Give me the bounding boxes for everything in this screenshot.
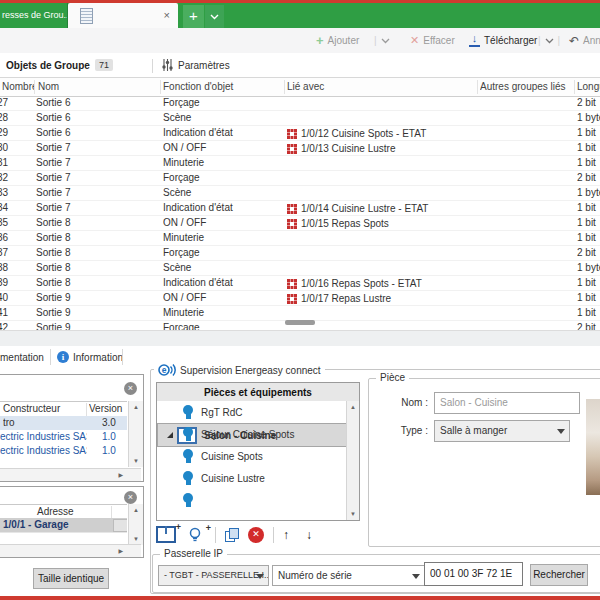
undo-button[interactable]: ↶ Annuler	[569, 28, 600, 53]
table-row[interactable]: 28Sortie 6Scène1 byte	[0, 111, 600, 126]
cell-fonction: Forçage	[163, 171, 283, 185]
cell-lie-avec	[287, 111, 477, 125]
download-button[interactable]: ↓ Télécharger	[469, 28, 537, 53]
chevron-down-icon	[557, 429, 565, 434]
table-row[interactable]: 38Sortie 8Scène1 byte	[0, 261, 600, 276]
cell-autres-groupes	[480, 171, 572, 185]
cell-nom: Sortie 8	[36, 216, 158, 230]
table-row[interactable]: 41Sortie 9Minuterie1 bit	[0, 306, 600, 321]
cell-fonction: ON / OFF	[163, 291, 283, 305]
close-icon[interactable]: ×	[124, 382, 137, 395]
tab-group-addresses[interactable]: resses de Grou...	[0, 3, 68, 28]
tree-item-device[interactable]: RgT RdC	[157, 401, 359, 423]
splitter-handle[interactable]	[285, 320, 315, 325]
cell-nombre: 38	[0, 261, 31, 275]
tree-item-device[interactable]: Séjour Cuisine Spots	[157, 423, 359, 445]
cell-longueur: 1 bit	[577, 141, 600, 155]
serial-number-input[interactable]: 00 01 00 3F 72 1E	[424, 562, 523, 586]
cell-nombre: 31	[0, 156, 31, 170]
cell-fonction: Minuterie	[163, 231, 283, 245]
table-row[interactable]: 27Sortie 6Forçage2 bit	[0, 96, 600, 111]
tab-active[interactable]: ×	[68, 3, 178, 28]
table-row[interactable]: 37Sortie 8Forçage2 bit	[0, 246, 600, 261]
horizontal-scrollbar[interactable]: ▶	[0, 468, 141, 481]
download-dropdown[interactable]: | |	[538, 28, 560, 53]
column-header-adresse[interactable]: Adresse	[37, 506, 74, 517]
move-up-icon[interactable]: ↑	[283, 528, 289, 542]
column-header-nombre[interactable]: Nombre ▲	[2, 78, 34, 96]
cell-fonction: Scène	[163, 186, 283, 200]
tab-parameters[interactable]: Paramètres	[162, 53, 230, 77]
bulb-icon	[183, 405, 194, 419]
manufacturer-row[interactable]: tro3.0	[0, 416, 127, 430]
copy-icon[interactable]	[225, 528, 239, 542]
horizontal-scrollbar[interactable]: ▶	[0, 544, 141, 557]
add-equipment-button[interactable]: +	[189, 527, 206, 544]
delete-icon[interactable]: ✕	[248, 527, 264, 543]
column-header-constructeur[interactable]: Constructeur	[3, 403, 60, 414]
tab-list-chevron-icon[interactable]	[205, 5, 224, 28]
tree-item-device[interactable]: Cuisine Lustre	[157, 467, 359, 489]
table-row[interactable]: 39Sortie 8Indication d'état1/0/16 Repas …	[0, 276, 600, 291]
table-row[interactable]: 36Sortie 8Minuterie1 bit	[0, 231, 600, 246]
vertical-scrollbar[interactable]: ▲▼	[128, 504, 143, 545]
gateway-title: Passerelle IP	[160, 548, 227, 559]
cell-nom: Sortie 6	[36, 126, 158, 140]
add-button[interactable]: + Ajouter	[316, 28, 359, 53]
vertical-scrollbar[interactable]: ▲▼	[346, 401, 359, 520]
new-tab-button[interactable]: +	[183, 5, 204, 28]
room-type-select[interactable]: Salle à manger	[434, 420, 570, 442]
add-room-button[interactable]: +	[156, 526, 176, 545]
tree-toolbar: + + ✕ ↑ ↓	[156, 524, 358, 546]
table-row[interactable]: 29Sortie 6Indication d'état1/0/12 Cuisin…	[0, 126, 600, 141]
manufacturer-row[interactable]: Electric Industries SAS1.0	[0, 430, 127, 444]
cell-autres-groupes	[480, 231, 572, 245]
toolbar: + Ajouter | ✕ Effacer ↓ Télécharger | | …	[0, 28, 600, 54]
table-row[interactable]: 32Sortie 7Forçage2 bit	[0, 171, 600, 186]
grid-body: 27Sortie 6Forçage2 bit28Sortie 6Scène1 b…	[0, 96, 600, 320]
manufacturer-row[interactable]: Electric Industries SAS1.0	[0, 444, 127, 458]
tab-documentation[interactable]: mentation	[0, 346, 44, 368]
column-header-nom[interactable]: Nom	[38, 78, 158, 96]
table-row[interactable]: 30Sortie 7ON / OFF1/0/13 Cuisine Lustre1…	[0, 141, 600, 156]
tree-item-label: Cuisine Spots	[201, 451, 263, 462]
same-size-button[interactable]: Taille identique	[33, 568, 109, 589]
add-dropdown[interactable]: |	[374, 28, 390, 53]
cell-fonction: Minuterie	[163, 306, 283, 320]
tab-group-objects[interactable]: Objets de Groupe 71	[6, 53, 113, 77]
address-row[interactable]: 1/0/1 - Garage	[0, 518, 127, 532]
window-bottom-border	[0, 596, 600, 600]
table-row[interactable]: 34Sortie 7Indication d'état1/0/14 Cuisin…	[0, 201, 600, 216]
bulb-icon	[183, 449, 194, 463]
group-address-icon	[287, 218, 297, 228]
cell-nom: Sortie 8	[36, 276, 158, 290]
cell-longueur: 1 bit	[577, 201, 600, 215]
table-row[interactable]: 31Sortie 7Minuterie1 bit	[0, 156, 600, 171]
clear-label: Effacer	[423, 35, 455, 46]
clear-button[interactable]: ✕ Effacer	[410, 28, 455, 53]
tab-group-addresses-label: resses de Grou...	[2, 10, 68, 20]
tab-information[interactable]: i Information	[57, 346, 123, 368]
table-row[interactable]: 33Sortie 7Scène1 byte	[0, 186, 600, 201]
serial-mode-select[interactable]: Numéro de série	[272, 565, 425, 586]
move-down-icon[interactable]: ↓	[306, 528, 312, 542]
cell-lie-avec	[287, 156, 477, 170]
column-header-lie-avec[interactable]: Lié avec	[287, 78, 475, 96]
column-header-longueur[interactable]: Longueur	[577, 78, 600, 96]
room-name-input[interactable]: Salon - Cuisine	[434, 392, 580, 414]
close-tab-icon[interactable]: ×	[164, 8, 170, 22]
tree-item-device[interactable]	[157, 489, 359, 511]
gateway-select[interactable]: - TGBT - PASSERELLE I...	[158, 565, 269, 586]
tree-item-device[interactable]: Cuisine Spots	[157, 445, 359, 467]
column-header-fonction[interactable]: Fonction d'objet	[163, 78, 281, 96]
cell-longueur: 1 byte	[577, 261, 600, 275]
table-row[interactable]: 35Sortie 8ON / OFF1/0/15 Repas Spots1 bi…	[0, 216, 600, 231]
cell-nombre: 33	[0, 186, 31, 200]
column-header-autres-groupes[interactable]: Autres groupes liés	[480, 78, 572, 96]
vertical-scrollbar[interactable]: ▲▼	[128, 401, 143, 467]
column-header-version[interactable]: Version pro	[89, 403, 125, 414]
close-icon[interactable]: ×	[124, 491, 137, 504]
table-row[interactable]: 40Sortie 9ON / OFF1/0/17 Repas Lustre1 b…	[0, 291, 600, 306]
search-button[interactable]: Rechercher	[530, 564, 588, 586]
download-icon: ↓	[469, 34, 480, 47]
